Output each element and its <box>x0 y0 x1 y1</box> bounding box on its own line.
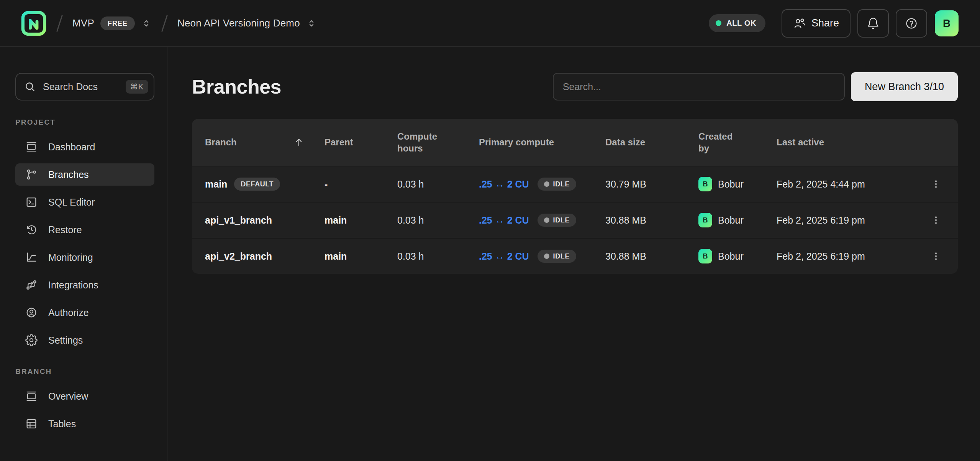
compute-hours-cell: 0.03 h <box>397 179 479 190</box>
data-size-cell: 30.88 MB <box>605 251 698 262</box>
table-row[interactable]: main DEFAULT - 0.03 h .25 ↔ 2 CU IDLE 30… <box>192 166 958 202</box>
row-menu-button[interactable] <box>927 211 945 229</box>
status-ok-dot <box>716 20 721 26</box>
compute-status-badge: IDLE <box>538 250 576 263</box>
help-icon <box>905 17 918 30</box>
column-header-primary-compute: Primary compute <box>479 136 605 148</box>
new-branch-button[interactable]: New Branch 3/10 <box>851 72 958 101</box>
sort-ascending-icon[interactable] <box>294 137 304 147</box>
page-title: Branches <box>192 75 281 98</box>
parent-cell: main <box>324 215 397 226</box>
bell-icon <box>867 17 880 30</box>
branches-icon <box>25 168 38 181</box>
kebab-icon <box>931 251 941 261</box>
sidebar-item-label: Overview <box>48 391 88 402</box>
branch-name: main <box>205 179 227 190</box>
idle-dot <box>544 181 549 187</box>
topbar: MVP FREE Neon API Versioning Demo ALL OK… <box>0 0 980 47</box>
integrations-icon <box>25 279 38 291</box>
notifications-button[interactable] <box>857 9 889 38</box>
users-icon <box>793 17 806 30</box>
neon-logo[interactable] <box>21 10 47 37</box>
authorize-icon <box>25 306 38 319</box>
primary-compute-cell: .25 ↔ 2 CU IDLE <box>479 250 605 263</box>
sidebar-item-monitoring[interactable]: Monitoring <box>15 246 154 268</box>
created-by-avatar: B <box>698 213 712 227</box>
sidebar-item-authorize[interactable]: Authorize <box>15 301 154 324</box>
column-header-data-size: Data size <box>605 136 698 148</box>
branch-search-input[interactable] <box>553 73 845 100</box>
org-switcher[interactable]: MVP FREE <box>72 16 152 30</box>
org-name: MVP <box>72 17 94 29</box>
primary-compute-cell: .25 ↔ 2 CU IDLE <box>479 214 605 227</box>
column-header-created-by: Created by <box>698 130 777 154</box>
sidebar-item-restore[interactable]: Restore <box>15 219 154 241</box>
sidebar-item-integrations[interactable]: Integrations <box>15 274 154 296</box>
idle-dot <box>544 217 549 223</box>
data-size-cell: 30.79 MB <box>605 179 698 190</box>
sidebar-item-overview[interactable]: Overview <box>15 385 154 407</box>
share-label: Share <box>811 17 839 29</box>
chevron-up-down-icon <box>141 18 152 29</box>
project-switcher[interactable]: Neon API Versioning Demo <box>177 17 317 29</box>
sidebar-item-label: Settings <box>48 335 83 346</box>
sidebar-item-sql-editor[interactable]: SQL Editor <box>15 191 154 213</box>
help-button[interactable] <box>896 9 927 38</box>
share-button[interactable]: Share <box>782 9 851 38</box>
row-menu-button[interactable] <box>927 247 945 265</box>
sidebar-item-tables[interactable]: Tables <box>15 413 154 435</box>
created-by-avatar: B <box>698 177 712 191</box>
created-by-name: Bobur <box>718 215 744 226</box>
chevron-up-down-icon <box>306 18 317 29</box>
nav-section-label-project: PROJECT <box>15 118 154 127</box>
monitoring-icon <box>25 251 38 263</box>
status-label: ALL OK <box>726 19 756 28</box>
primary-compute-cell: .25 ↔ 2 CU IDLE <box>479 178 605 191</box>
last-active-cell: Feb 2, 2025 6:19 pm <box>777 215 927 226</box>
main-content: Branches New Branch 3/10 Branch Parent C… <box>167 47 980 461</box>
dashboard-icon <box>25 141 38 153</box>
table-row[interactable]: api_v1_branch main 0.03 h .25 ↔ 2 CU IDL… <box>192 202 958 238</box>
idle-dot <box>544 254 549 259</box>
settings-icon <box>25 334 38 346</box>
row-menu-button[interactable] <box>927 175 945 193</box>
sidebar: Search Docs ⌘K PROJECT Dashboard Branche… <box>0 47 167 461</box>
column-header-parent: Parent <box>324 136 397 148</box>
branch-cell: api_v2_branch <box>205 251 324 262</box>
sidebar-item-label: SQL Editor <box>48 197 95 208</box>
search-icon <box>24 81 36 93</box>
sidebar-item-label: Branches <box>48 169 89 180</box>
breadcrumb-separator <box>161 15 168 32</box>
system-status-pill[interactable]: ALL OK <box>709 14 765 32</box>
sql-editor-icon <box>25 196 38 208</box>
sidebar-item-label: Tables <box>48 418 76 430</box>
docs-search-label: Search Docs <box>43 81 119 92</box>
user-avatar[interactable]: B <box>935 10 959 36</box>
compute-status-badge: IDLE <box>538 214 576 227</box>
docs-search[interactable]: Search Docs ⌘K <box>15 73 154 100</box>
overview-icon <box>25 390 38 402</box>
table-row[interactable]: api_v2_branch main 0.03 h .25 ↔ 2 CU IDL… <box>192 238 958 274</box>
branch-name: api_v2_branch <box>205 251 272 262</box>
parent-cell: - <box>324 179 397 190</box>
shortcut-badge: ⌘K <box>126 80 148 94</box>
restore-icon <box>25 224 38 236</box>
sidebar-item-label: Restore <box>48 224 82 235</box>
created-by-cell: B Bobur <box>698 177 777 191</box>
created-by-cell: B Bobur <box>698 213 777 227</box>
data-size-cell: 30.88 MB <box>605 215 698 226</box>
compute-hours-cell: 0.03 h <box>397 251 479 262</box>
sidebar-item-label: Monitoring <box>48 252 93 263</box>
column-header-branch[interactable]: Branch <box>205 136 324 148</box>
compute-status-badge: IDLE <box>538 178 576 191</box>
compute-size-link[interactable]: .25 ↔ 2 CU <box>479 215 529 226</box>
compute-size-link[interactable]: .25 ↔ 2 CU <box>479 179 529 190</box>
kebab-icon <box>931 215 941 225</box>
table-header: Branch Parent Compute hours Primary comp… <box>192 119 958 166</box>
compute-size-link[interactable]: .25 ↔ 2 CU <box>479 251 529 262</box>
sidebar-item-settings[interactable]: Settings <box>15 329 154 351</box>
sidebar-item-branches[interactable]: Branches <box>15 163 154 186</box>
sidebar-item-label: Authorize <box>48 307 89 318</box>
sidebar-item-label: Dashboard <box>48 142 95 153</box>
sidebar-item-dashboard[interactable]: Dashboard <box>15 136 154 158</box>
